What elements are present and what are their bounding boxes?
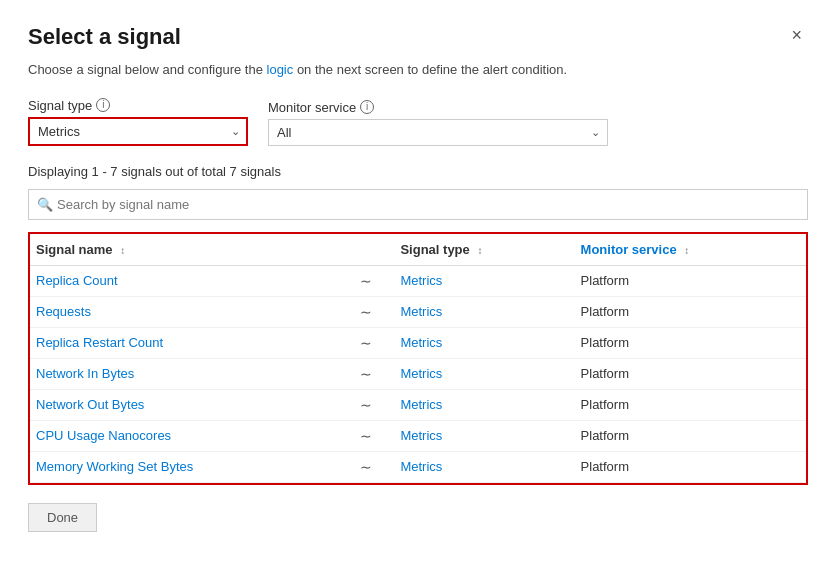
signal-wave-icon: ∼ bbox=[360, 428, 372, 444]
signal-name-sort-icon[interactable]: ↕ bbox=[120, 245, 125, 256]
signal-icon-cell: ∼ bbox=[354, 389, 394, 420]
signal-name-link[interactable]: Replica Count bbox=[36, 273, 118, 288]
signal-type-cell: Metrics bbox=[394, 265, 574, 296]
monitor-service-cell: Platform bbox=[575, 389, 806, 420]
search-box-wrapper: 🔍 bbox=[28, 189, 808, 220]
search-input[interactable] bbox=[28, 189, 808, 220]
monitor-service-select[interactable]: All Platform bbox=[268, 119, 608, 146]
signal-name-cell: Network Out Bytes bbox=[30, 389, 354, 420]
signal-name-cell: Replica Restart Count bbox=[30, 327, 354, 358]
col-signal-type: Signal type ↕ bbox=[394, 234, 574, 266]
signal-wave-icon: ∼ bbox=[360, 397, 372, 413]
col-signal-name: Signal name ↕ bbox=[30, 234, 354, 266]
monitor-service-cell: Platform bbox=[575, 327, 806, 358]
signal-icon-cell: ∼ bbox=[354, 451, 394, 482]
dialog-title: Select a signal bbox=[28, 24, 181, 50]
signal-type-select[interactable]: Metrics Log Activity Log bbox=[28, 117, 248, 146]
subtitle-before-link: Choose a signal below and configure the bbox=[28, 62, 263, 77]
signal-wave-icon: ∼ bbox=[360, 459, 372, 475]
signal-type-cell: Metrics bbox=[394, 358, 574, 389]
signal-name-link[interactable]: CPU Usage Nanocores bbox=[36, 428, 171, 443]
signal-name-link[interactable]: Network Out Bytes bbox=[36, 397, 144, 412]
table-row: Requests∼MetricsPlatform bbox=[30, 296, 806, 327]
search-icon: 🔍 bbox=[37, 197, 53, 212]
col-spacer bbox=[354, 234, 394, 266]
signal-name-link[interactable]: Network In Bytes bbox=[36, 366, 134, 381]
signal-icon-cell: ∼ bbox=[354, 358, 394, 389]
select-signal-dialog: Select a signal × Choose a signal below … bbox=[0, 0, 836, 564]
table-header-row: Signal name ↕ Signal type ↕ Monitor serv… bbox=[30, 234, 806, 266]
signal-wave-icon: ∼ bbox=[360, 335, 372, 351]
signal-icon-cell: ∼ bbox=[354, 265, 394, 296]
signal-type-cell: Metrics bbox=[394, 327, 574, 358]
signal-wave-icon: ∼ bbox=[360, 304, 372, 320]
table-row: Memory Working Set Bytes∼MetricsPlatform bbox=[30, 451, 806, 482]
monitor-service-cell: Platform bbox=[575, 265, 806, 296]
signal-icon-cell: ∼ bbox=[354, 296, 394, 327]
signal-name-cell: Requests bbox=[30, 296, 354, 327]
subtitle-after-link: on the next screen to define the alert c… bbox=[297, 62, 567, 77]
signal-type-cell: Metrics bbox=[394, 389, 574, 420]
signal-type-filter-group: Signal type i Metrics Log Activity Log ⌄ bbox=[28, 98, 248, 146]
signal-name-cell: Network In Bytes bbox=[30, 358, 354, 389]
signal-type-select-wrapper: Metrics Log Activity Log ⌄ bbox=[28, 117, 248, 146]
signal-name-cell: Replica Count bbox=[30, 265, 354, 296]
signals-tbody: Replica Count∼MetricsPlatformRequests∼Me… bbox=[30, 265, 806, 482]
table-row: Replica Count∼MetricsPlatform bbox=[30, 265, 806, 296]
done-button[interactable]: Done bbox=[28, 503, 97, 532]
monitor-service-cell: Platform bbox=[575, 420, 806, 451]
footer: Done bbox=[28, 485, 808, 532]
signal-name-link[interactable]: Replica Restart Count bbox=[36, 335, 163, 350]
signal-type-label: Signal type i bbox=[28, 98, 248, 113]
signal-name-cell: CPU Usage Nanocores bbox=[30, 420, 354, 451]
monitor-service-label: Monitor service i bbox=[268, 100, 608, 115]
monitor-service-info-icon: i bbox=[360, 100, 374, 114]
signals-table-wrapper: Signal name ↕ Signal type ↕ Monitor serv… bbox=[28, 232, 808, 485]
signal-type-cell: Metrics bbox=[394, 296, 574, 327]
signal-type-cell: Metrics bbox=[394, 451, 574, 482]
signal-type-info-icon: i bbox=[96, 98, 110, 112]
displaying-text: Displaying 1 - 7 signals out of total 7 … bbox=[28, 164, 808, 179]
subtitle-link[interactable]: logic bbox=[267, 62, 294, 77]
close-button[interactable]: × bbox=[785, 24, 808, 46]
monitor-service-select-wrapper: All Platform ⌄ bbox=[268, 119, 608, 146]
dialog-header: Select a signal × bbox=[28, 24, 808, 50]
monitor-service-cell: Platform bbox=[575, 296, 806, 327]
filters-row: Signal type i Metrics Log Activity Log ⌄… bbox=[28, 98, 808, 146]
signal-icon-cell: ∼ bbox=[354, 327, 394, 358]
signal-name-link[interactable]: Requests bbox=[36, 304, 91, 319]
signal-icon-cell: ∼ bbox=[354, 420, 394, 451]
signal-type-cell: Metrics bbox=[394, 420, 574, 451]
monitor-service-sort-icon[interactable]: ↕ bbox=[684, 245, 689, 256]
monitor-service-cell: Platform bbox=[575, 451, 806, 482]
signal-type-sort-icon[interactable]: ↕ bbox=[477, 245, 482, 256]
monitor-service-filter-group: Monitor service i All Platform ⌄ bbox=[268, 100, 608, 146]
signals-table: Signal name ↕ Signal type ↕ Monitor serv… bbox=[30, 234, 806, 483]
signal-name-link[interactable]: Memory Working Set Bytes bbox=[36, 459, 193, 474]
table-row: Replica Restart Count∼MetricsPlatform bbox=[30, 327, 806, 358]
signal-wave-icon: ∼ bbox=[360, 366, 372, 382]
monitor-service-cell: Platform bbox=[575, 358, 806, 389]
table-row: Network Out Bytes∼MetricsPlatform bbox=[30, 389, 806, 420]
col-monitor-service: Monitor service ↕ bbox=[575, 234, 806, 266]
table-row: CPU Usage Nanocores∼MetricsPlatform bbox=[30, 420, 806, 451]
table-row: Network In Bytes∼MetricsPlatform bbox=[30, 358, 806, 389]
subtitle: Choose a signal below and configure the … bbox=[28, 60, 808, 80]
signal-wave-icon: ∼ bbox=[360, 273, 372, 289]
signal-name-cell: Memory Working Set Bytes bbox=[30, 451, 354, 482]
